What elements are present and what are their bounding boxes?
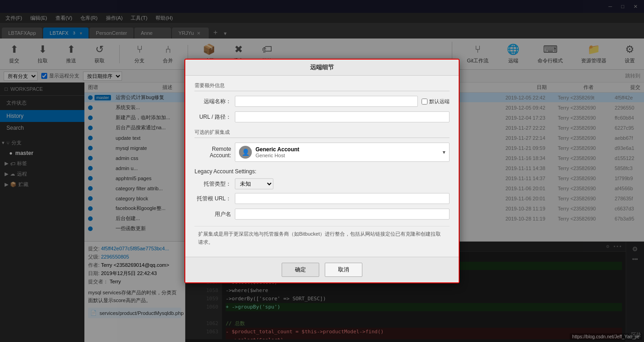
remote-name-row: 远端名称： 默认远端 xyxy=(194,96,450,107)
required-section-title: 需要额外信息 xyxy=(194,82,450,91)
modal-overlay: 远端细节 需要额外信息 远端名称： 默认远端 URL / 路径： 可选的扩展集成 xyxy=(0,0,644,342)
account-avatar: 👤 xyxy=(239,146,252,159)
modal-body: 需要额外信息 远端名称： 默认远端 URL / 路径： 可选的扩展集成 Remo… xyxy=(185,76,459,256)
default-remote-checkbox-label[interactable]: 默认远端 xyxy=(422,98,450,105)
url-path-input[interactable] xyxy=(235,111,450,122)
account-name: Generic Account xyxy=(255,146,439,153)
username-row: 用户名 xyxy=(194,209,450,220)
account-info: Generic Account Generic Host xyxy=(255,146,439,158)
hosting-url-input[interactable] xyxy=(235,193,450,204)
username-input[interactable] xyxy=(235,209,450,220)
hosting-type-row: 托管类型： 未知 GitHub GitLab Bitbucket xyxy=(194,178,450,189)
hosting-url-label: 托管根 URL： xyxy=(194,195,231,203)
account-host: Generic Host xyxy=(255,153,439,158)
modal-footer: 确定 取消 xyxy=(185,257,459,282)
remote-detail-modal: 远端细节 需要额外信息 远端名称： 默认远端 URL / 路径： 可选的扩展集成 xyxy=(184,59,460,283)
url-path-row: URL / 路径： xyxy=(194,111,450,122)
hosting-type-select[interactable]: 未知 GitHub GitLab Bitbucket xyxy=(235,178,273,189)
legacy-title: Legacy Account Settings: xyxy=(194,168,450,175)
default-remote-checkbox[interactable] xyxy=(422,99,427,105)
hosting-url-row: 托管根 URL： xyxy=(194,193,450,204)
modal-title: 远端细节 xyxy=(185,60,459,76)
notice-text: 扩展集成是用于更深层次地与托管服务商（如Bitbucket）进行整合，包括从网站… xyxy=(194,226,450,250)
optional-section-title: 可选的扩展集成 xyxy=(194,129,450,138)
remote-name-input[interactable] xyxy=(235,96,418,107)
username-label: 用户名 xyxy=(194,210,231,218)
account-dropdown-chevron: ▾ xyxy=(443,149,445,155)
remote-account-label: Remote Account: xyxy=(194,146,231,159)
cancel-button[interactable]: 取消 xyxy=(325,263,362,277)
remote-account-row: Remote Account: 👤 Generic Account Generi… xyxy=(194,143,450,162)
hosting-type-label: 托管类型： xyxy=(194,180,231,188)
watermark: https://blog.csdn.net/Jeff_Yao_jie xyxy=(570,333,642,340)
url-path-label: URL / 路径： xyxy=(194,113,231,121)
account-dropdown[interactable]: 👤 Generic Account Generic Host ▾ xyxy=(235,143,450,162)
avatar-icon: 👤 xyxy=(242,149,250,156)
legacy-section: Legacy Account Settings: 托管类型： 未知 GitHub… xyxy=(194,168,450,250)
confirm-button[interactable]: 确定 xyxy=(282,263,319,277)
remote-name-label: 远端名称： xyxy=(194,98,231,105)
optional-section: 可选的扩展集成 Remote Account: 👤 Generic Accoun… xyxy=(194,129,450,162)
